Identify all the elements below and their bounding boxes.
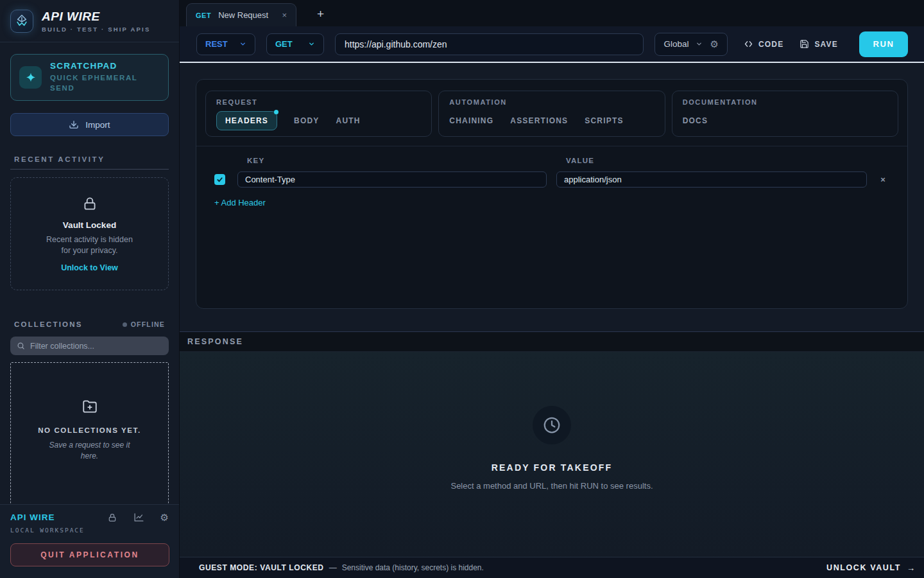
request-panel: REQUEST HEADERS BODY AUTH AUTOMATION CHA… (196, 79, 908, 309)
group-automation-label: AUTOMATION (449, 98, 654, 106)
header-value-input[interactable] (556, 171, 867, 188)
add-header-link[interactable]: + Add Header (214, 198, 889, 207)
headers-badge-dot (274, 110, 278, 114)
status-bar: GUEST MODE: VAULT LOCKED — Sensitive dat… (180, 557, 924, 578)
tab-title: New Request (218, 10, 275, 20)
code-brackets-icon (744, 39, 753, 49)
remove-header-icon[interactable]: × (877, 175, 889, 184)
status-message: Sensitive data (history, secrets) is hid… (342, 563, 484, 572)
response-header-bar: RESPONSE (180, 331, 924, 352)
environment-gear-icon[interactable]: ⚙ (710, 39, 718, 49)
offline-label: OFFLINE (131, 320, 165, 328)
ready-title: READY FOR TAKEOFF (492, 462, 613, 473)
no-collections-title: NO COLLECTIONS YET. (38, 426, 141, 434)
import-button[interactable]: Import (10, 113, 169, 136)
tab-assertions[interactable]: ASSERTIONS (510, 116, 568, 125)
headers-table: KEY VALUE × + Add Header (196, 146, 907, 207)
offline-dot (123, 322, 127, 327)
main-area: GET New Request × + REST GET Global ⚙ (180, 0, 924, 578)
unlock-vault-button[interactable]: UNLOCK VAULT → (826, 563, 915, 573)
app-tagline: BUILD · TEST · SHIP APIS (42, 26, 150, 33)
scratchpad-subtitle: QUICK EPHEMERAL SEND (50, 73, 146, 93)
collections-filter (10, 337, 169, 355)
request-workspace: REQUEST HEADERS BODY AUTH AUTOMATION CHA… (180, 63, 924, 331)
protocol-value: REST (205, 39, 228, 49)
tab-headers[interactable]: HEADERS (216, 111, 277, 130)
group-documentation: DOCUMENTATION DOCS (672, 91, 898, 137)
group-request: REQUEST HEADERS BODY AUTH (205, 91, 432, 137)
group-request-label: REQUEST (216, 98, 421, 106)
response-empty-state: READY FOR TAKEOFF Select a method and UR… (180, 352, 924, 557)
chevron-down-icon (239, 40, 246, 48)
tab-body[interactable]: BODY (294, 116, 319, 125)
group-automation: AUTOMATION CHAINING ASSERTIONS SCRIPTS (438, 91, 665, 137)
recent-activity-locked-card: Vault Locked Recent activity is hidden f… (10, 177, 169, 290)
environment-value: Global (663, 39, 689, 49)
tab-method-badge: GET (196, 12, 211, 19)
method-value: GET (275, 39, 293, 49)
save-floppy-icon (800, 39, 809, 49)
folder-plus-icon (81, 398, 98, 415)
no-collections-subtitle: Save a request to see it here. (38, 440, 141, 462)
workspace-subtitle: LOCAL WORKSPACE (10, 527, 169, 534)
guest-mode-label: GUEST MODE: VAULT LOCKED (199, 563, 324, 572)
search-icon (17, 342, 25, 350)
url-input[interactable] (335, 33, 644, 55)
scratchpad-title: SCRATCHPAD (50, 61, 146, 71)
environment-select[interactable]: Global ⚙ (654, 33, 727, 56)
save-label: SAVE (814, 40, 838, 49)
app-title: API WIRE (42, 10, 150, 24)
key-column-header: KEY (247, 157, 556, 164)
close-tab-icon[interactable]: × (282, 10, 287, 20)
quit-application-button[interactable]: QUIT APPLICATION (10, 543, 169, 566)
download-icon (69, 119, 79, 130)
chevron-down-icon (696, 40, 703, 48)
tab-new-request[interactable]: GET New Request × (186, 3, 296, 26)
tab-docs[interactable]: DOCS (683, 116, 708, 125)
scratchpad-card[interactable]: SCRATCHPAD QUICK EPHEMERAL SEND (10, 54, 169, 101)
lock-icon (81, 195, 98, 212)
collections-empty-state: NO COLLECTIONS YET. Save a request to se… (10, 362, 169, 504)
tab-scripts[interactable]: SCRIPTS (585, 116, 623, 125)
tab-auth[interactable]: AUTH (336, 116, 361, 125)
workspace-title: API WIRE (10, 512, 55, 522)
app-brand: API WIRE BUILD · TEST · SHIP APIS (0, 0, 179, 42)
vault-locked-text: Recent activity is hidden for your priva… (46, 234, 133, 256)
save-button[interactable]: SAVE (800, 39, 838, 49)
code-label: CODE (758, 40, 783, 49)
request-toolbar: REST GET Global ⚙ CODE (180, 26, 924, 63)
metrics-chart-icon[interactable] (133, 512, 144, 523)
sparkle-icon (19, 66, 42, 89)
collections-heading: COLLECTIONS (14, 320, 83, 328)
chevron-down-icon (308, 40, 315, 48)
app-logo (10, 10, 33, 33)
sidebar-footer: API WIRE ⚙ LOCAL WORKSPACE QUIT A (0, 504, 179, 578)
protocol-select[interactable]: REST (196, 33, 255, 55)
status-dash: — (329, 563, 337, 572)
import-label: Import (85, 120, 110, 130)
settings-gear-icon[interactable]: ⚙ (160, 512, 169, 522)
wire-anchor-icon (15, 14, 29, 28)
method-select[interactable]: GET (266, 33, 324, 55)
ready-subtitle: Select a method and URL, then hit RUN to… (450, 481, 653, 491)
run-button[interactable]: RUN (859, 31, 908, 57)
header-key-input[interactable] (237, 171, 547, 188)
request-tabbar: GET New Request × + (180, 0, 924, 26)
group-documentation-label: DOCUMENTATION (683, 98, 887, 106)
code-button[interactable]: CODE (744, 39, 783, 49)
tab-chaining[interactable]: CHAINING (449, 116, 493, 125)
unlock-vault-label: UNLOCK VAULT (826, 563, 901, 572)
header-enabled-checkbox[interactable] (214, 174, 225, 185)
sidebar: API WIRE BUILD · TEST · SHIP APIS SCRATC… (0, 0, 180, 578)
unlock-to-view-link[interactable]: Unlock to View (61, 263, 118, 272)
filter-collections-input[interactable] (30, 342, 162, 351)
arrow-right-icon: → (907, 563, 915, 573)
recent-activity-heading: RECENT ACTIVITY (14, 155, 165, 163)
offline-badge: OFFLINE (123, 320, 165, 328)
vault-locked-title: Vault Locked (63, 220, 116, 230)
header-row: × (214, 171, 889, 188)
add-tab-button[interactable]: + (317, 7, 324, 26)
value-column-header: VALUE (566, 157, 889, 164)
vault-lock-icon[interactable] (107, 512, 117, 523)
clock-icon (533, 406, 571, 444)
